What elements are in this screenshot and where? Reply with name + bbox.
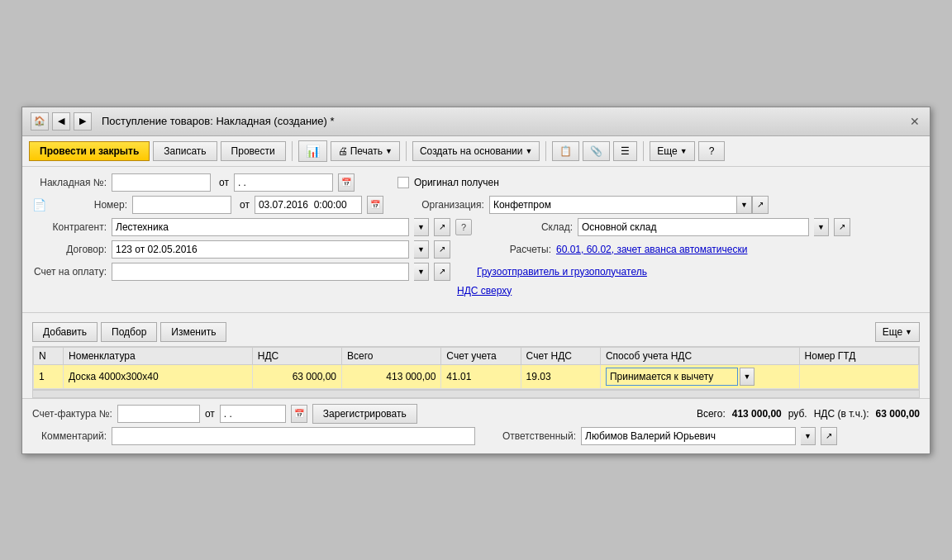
- schet-oplata-label: Счет на оплату:: [32, 266, 107, 278]
- print-icon: 🖨: [338, 145, 348, 157]
- from-label3: от: [205, 408, 215, 420]
- organization-input[interactable]: [489, 196, 737, 214]
- help-button[interactable]: ?: [698, 141, 726, 161]
- sep4: [643, 141, 644, 161]
- sposob-nds-dropdown-btn[interactable]: ▼: [740, 368, 754, 386]
- organization-dropdown-btn[interactable]: ▼: [737, 196, 752, 214]
- list-icon: ☰: [621, 145, 630, 157]
- dogovor-copy-btn[interactable]: ↗: [434, 240, 450, 259]
- data-table: N Номенклатура НДС Всего Счет учета Счет…: [33, 347, 919, 389]
- sep1: [292, 141, 293, 161]
- footer-total: Всего: 413 000,00 руб. НДС (в т.ч.): 63 …: [697, 408, 920, 420]
- nds-sverhu-link[interactable]: НДС сверху: [457, 285, 512, 297]
- home-button[interactable]: 🏠: [31, 112, 49, 131]
- copy-doc-button[interactable]: 📋: [552, 141, 579, 161]
- doc-icon: 📄: [32, 198, 46, 211]
- cell-sposob-nds[interactable]: ▼: [600, 364, 799, 388]
- sklad-input[interactable]: [578, 218, 809, 236]
- back-button[interactable]: ◀: [52, 112, 70, 131]
- responsible-input[interactable]: [581, 427, 796, 445]
- col-nds: НДС: [252, 347, 341, 364]
- dogovor-dropdown-btn[interactable]: ▼: [414, 240, 429, 259]
- nakladnaya-calendar-btn[interactable]: 📅: [338, 173, 355, 192]
- cell-nds: 63 000,00: [252, 364, 341, 388]
- currency: руб.: [788, 408, 807, 420]
- nomer-input[interactable]: [132, 196, 231, 214]
- sklad-dropdown-btn[interactable]: ▼: [814, 218, 829, 236]
- original-checkbox[interactable]: [397, 177, 409, 188]
- raschet-label: Расчеты:: [477, 244, 551, 255]
- schet-oplata-input[interactable]: [112, 263, 409, 281]
- schet-oplata-dropdown-btn[interactable]: ▼: [414, 263, 429, 281]
- responsible-dropdown-btn[interactable]: ▼: [801, 427, 816, 445]
- kontragent-label: Контрагент:: [32, 221, 107, 233]
- schet-faktura-date-input[interactable]: [220, 405, 286, 423]
- cell-n: 1: [34, 364, 64, 388]
- sklad-label: Склад:: [498, 221, 573, 233]
- cell-nomenclature: Доска 4000x300x40: [64, 364, 253, 388]
- register-button[interactable]: Зарегистрировать: [312, 404, 417, 424]
- dogovor-input[interactable]: [112, 240, 409, 259]
- nomer-date-input[interactable]: [255, 196, 362, 214]
- schet-faktura-input[interactable]: [117, 405, 200, 423]
- horizontal-scrollbar[interactable]: [32, 390, 920, 398]
- excel-button[interactable]: 📊: [298, 140, 327, 162]
- cell-schet-nds: 19.03: [521, 364, 600, 388]
- sep2: [406, 141, 407, 161]
- table-row[interactable]: 1 Доска 4000x300x40 63 000,00 413 000,00…: [34, 364, 919, 388]
- podbor-button[interactable]: Подбор: [101, 322, 157, 342]
- sklad-copy-btn[interactable]: ↗: [834, 218, 850, 236]
- copy-doc-icon: 📋: [559, 145, 572, 157]
- from-label2: от: [240, 199, 250, 211]
- close-button[interactable]: ✕: [908, 115, 921, 128]
- footer-area: Счет-фактура №: от 📅 Зарегистрировать Вс…: [22, 398, 930, 453]
- kontragent-copy-btn[interactable]: ↗: [434, 218, 450, 236]
- kontragent-help-btn[interactable]: ?: [455, 219, 472, 235]
- scroll-area[interactable]: N Номенклатура НДС Всего Счет учета Счет…: [33, 347, 919, 389]
- sposob-nds-input[interactable]: [606, 368, 738, 386]
- comment-label: Комментарий:: [32, 430, 107, 442]
- col-n: N: [34, 347, 64, 364]
- schet-oplata-copy-btn[interactable]: ↗: [434, 263, 450, 281]
- nds-value: 63 000,00: [876, 408, 920, 420]
- attach-button[interactable]: 📎: [583, 141, 610, 161]
- comment-input[interactable]: [112, 427, 475, 445]
- list-button[interactable]: ☰: [613, 141, 637, 161]
- main-toolbar: Провести и закрыть Записать Провести 📊 🖨…: [22, 136, 930, 167]
- nomer-calendar-btn[interactable]: 📅: [367, 196, 383, 214]
- col-schet-nds: Счет НДС: [521, 347, 600, 364]
- post-close-button[interactable]: Провести и закрыть: [29, 141, 150, 161]
- print-button[interactable]: 🖨 Печать ▼: [331, 141, 400, 161]
- total-label: Всего:: [697, 408, 726, 420]
- schet-faktura-row: Счет-фактура №: от 📅 Зарегистрировать Вс…: [32, 404, 920, 424]
- nakladnaya-row: Накладная №: от 📅 Оригинал получен: [32, 173, 920, 192]
- main-window: 🏠 ◀ ▶ Поступление товаров: Накладная (со…: [21, 107, 931, 454]
- data-table-container: N Номенклатура НДС Всего Счет учета Счет…: [32, 346, 920, 390]
- nakladnaya-date-input[interactable]: [234, 173, 333, 192]
- form-area: Накладная №: от 📅 Оригинал получен 📄 Ном…: [22, 167, 930, 307]
- table-more-button[interactable]: Еще ▼: [875, 322, 920, 342]
- kontragent-dropdown-btn[interactable]: ▼: [414, 218, 429, 236]
- nakladnaya-input[interactable]: [112, 173, 211, 192]
- col-nomenclature: Номенклатура: [64, 347, 253, 364]
- add-button[interactable]: Добавить: [32, 322, 98, 342]
- cell-schet-ucheta: 41.01: [441, 364, 521, 388]
- excel-icon: 📊: [306, 145, 320, 158]
- responsible-copy-btn[interactable]: ↗: [821, 427, 837, 445]
- table-toolbar: Добавить Подбор Изменить Еще ▼: [22, 318, 930, 346]
- raschet-link[interactable]: 60.01, 60.02, зачет аванса автоматически: [556, 244, 747, 255]
- kontragent-row: Контрагент: ▼ ↗ ? Склад: ▼ ↗: [32, 218, 920, 236]
- comment-row: Комментарий: Ответственный: ▼ ↗: [32, 427, 920, 445]
- nds-row: НДС сверху: [32, 285, 920, 297]
- more-button[interactable]: Еще ▼: [650, 141, 694, 161]
- gruz-link[interactable]: Грузоотправитель и грузополучатель: [477, 266, 647, 278]
- schet-faktura-calendar-btn[interactable]: 📅: [291, 405, 307, 423]
- organization-copy-btn[interactable]: ↗: [752, 196, 769, 214]
- section-divider: [22, 312, 930, 313]
- post-button[interactable]: Провести: [221, 141, 286, 161]
- create-base-button[interactable]: Создать на основании ▼: [412, 141, 540, 161]
- izmenit-button[interactable]: Изменить: [160, 322, 226, 342]
- save-button[interactable]: Записать: [153, 141, 217, 161]
- kontragent-input[interactable]: [112, 218, 409, 236]
- forward-button[interactable]: ▶: [74, 112, 92, 131]
